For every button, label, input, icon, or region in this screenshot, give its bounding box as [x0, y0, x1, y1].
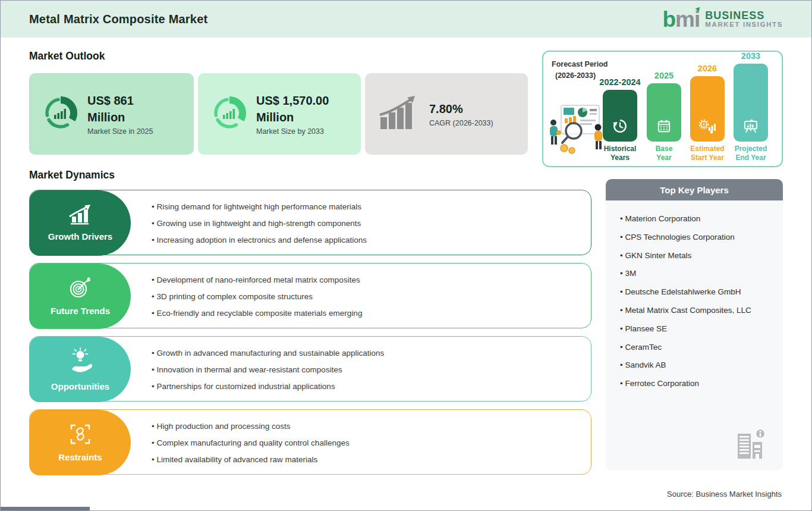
forecast-bar-estimated-start: 2026 Estimated Start Year	[690, 64, 725, 162]
card-value: 7.80%	[429, 101, 493, 117]
growth-drivers-bullets: Rising demand for lightweight high perfo…	[152, 190, 367, 256]
card-text: US$ 861 Million Market Size in 2025	[87, 92, 153, 136]
bullet: Innovation in thermal and wear-resistant…	[152, 365, 384, 374]
card-value: US$ 1,570.00 Million	[256, 92, 329, 126]
forecast-bar-base-year: 2025 Base Year	[647, 71, 681, 162]
bar-rect	[690, 76, 725, 142]
bar-rect	[603, 90, 637, 142]
source-note: Source: Business Market Insights	[667, 490, 782, 499]
card-text: US$ 1,570.00 Million Market Size by 2033	[256, 92, 329, 136]
logo-mark-mi: mi	[675, 7, 700, 32]
pill-label: Growth Drivers	[48, 231, 112, 242]
card-value-line1: 7.80%	[429, 101, 493, 117]
bar-year-label: 2022-2024	[599, 77, 640, 87]
list-item: GKN Sinter Metals	[620, 247, 783, 265]
card-value-line2: Million	[87, 109, 153, 126]
bar-year-label: 2033	[741, 51, 760, 61]
list-item: CPS Technologies Corporation	[620, 228, 783, 247]
market-outlook-heading: Market Outlook	[29, 50, 105, 62]
key-players-header: Top Key Players	[606, 179, 783, 200]
logo-mark-b: b	[663, 7, 676, 32]
bar-rect	[647, 83, 681, 142]
logo-line2: MARKET INSIGHTS	[705, 21, 783, 28]
header: Metal Matrix Composite Market bmi BUSINE…	[1, 1, 811, 37]
card-market-size-2025: US$ 861 Million Market Size in 2025	[29, 73, 194, 155]
forecast-bar-historical: 2022-2024 Historical Years	[603, 77, 637, 162]
card-caption: Market Size by 2033	[256, 127, 329, 136]
growth-drivers-pill: Growth Drivers	[30, 190, 131, 256]
bullet: Complex manufacturing and quality contro…	[152, 438, 350, 447]
list-item: Ferrotec Corporation	[620, 375, 783, 393]
bullet: High production and processing costs	[152, 422, 350, 431]
forecast-period-panel: Forecast Period (2026-2033)	[542, 51, 783, 167]
growth-arrow-icon	[378, 96, 421, 133]
card-value-line1: US$ 861	[87, 92, 153, 109]
outlook-cards: US$ 861 Million Market Size in 2025	[29, 73, 528, 155]
card-caption: CAGR (2026-2033)	[429, 119, 493, 127]
infographic-page: Metal Matrix Composite Market bmi BUSINE…	[0, 0, 812, 511]
list-item: Plansee SE	[620, 320, 783, 338]
card-cagr: 7.80% CAGR (2026-2033)	[365, 73, 528, 155]
bar-growth-icon	[68, 205, 92, 227]
bar-caption: Historical Years	[604, 145, 637, 162]
chain-icon	[69, 423, 92, 448]
future-trends-bullets: Development of nano-reinforced metal mat…	[152, 264, 362, 329]
growth-drivers-row: Growth Drivers Rising demand for lightwe…	[29, 190, 591, 255]
list-item: Sandvik AB	[620, 356, 783, 375]
bullet: 3D printing of complex composite structu…	[152, 292, 362, 301]
top-key-players-panel: Top Key Players Materion Corporation CPS…	[606, 179, 783, 471]
opportunities-bullets: Growth in advanced manufacturing and sus…	[152, 337, 384, 402]
analysts-illustration	[546, 97, 609, 164]
bulb-hand-icon	[68, 347, 93, 377]
market-dynamics-heading: Market Dynamics	[29, 169, 115, 181]
bar-year-label: 2025	[654, 71, 673, 80]
card-value-line2: Million	[256, 109, 329, 126]
list-item: Materion Corporation	[620, 210, 783, 228]
bullet: Eco-friendly and recyclable composite ma…	[152, 309, 362, 318]
horizontal-scrollbar-thumb[interactable]	[1, 507, 90, 510]
forecast-label-line1: Forecast Period	[552, 59, 608, 70]
bar-year-label: 2026	[698, 64, 717, 73]
bar-rect	[734, 64, 768, 142]
bullet: Development of nano-reinforced metal mat…	[152, 275, 362, 284]
bar-caption: Projected End Year	[735, 145, 767, 162]
bullet: Growing use in lightweight and high-stre…	[152, 219, 367, 228]
bullet: Rising demand for lightweight high perfo…	[152, 202, 367, 211]
card-market-size-2033: US$ 1,570.00 Million Market Size by 2033	[198, 73, 361, 155]
card-value-line1: US$ 1,570.00	[256, 92, 329, 109]
list-item: Deutsche Edelstahlwerke GmbH	[620, 283, 783, 302]
pill-label: Opportunities	[51, 381, 109, 391]
bmi-logo-text: BUSINESS MARKET INSIGHTS	[705, 10, 783, 29]
future-trends-pill: Future Trends	[30, 264, 131, 329]
opportunities-pill: Opportunities	[30, 337, 131, 402]
bullet: Increasing adoption in electronics and d…	[152, 236, 367, 244]
pill-label: Restraints	[58, 452, 102, 462]
bmi-logo-mark: bmi	[663, 8, 700, 30]
history-clock-icon	[612, 118, 628, 136]
card-value: US$ 861 Million	[87, 92, 153, 126]
restraints-row: Restraints High production and processin…	[29, 409, 591, 475]
bullet: Limited availability of advanced raw mat…	[152, 455, 350, 464]
list-item: Metal Matrix Cast Composites, LLC	[620, 302, 783, 320]
card-caption: Market Size in 2025	[87, 127, 153, 136]
donut-chart-icon	[42, 95, 79, 134]
restraints-pill: Restraints	[30, 410, 131, 475]
target-icon	[68, 277, 92, 302]
forecast-bar-projected-end: 2033 Projected End Year	[734, 51, 768, 162]
key-players-list: Materion Corporation CPS Technologies Co…	[606, 210, 783, 393]
estimate-gear-icon	[698, 118, 716, 136]
logo-line1: BUSINESS	[705, 10, 783, 21]
company-building-icon	[734, 427, 767, 463]
restraints-bullets: High production and processing costs Com…	[152, 410, 350, 475]
bullet: Partnerships for customized industrial a…	[152, 382, 384, 391]
bmi-logo: bmi BUSINESS MARKET INSIGHTS	[663, 8, 783, 30]
bar-caption: Estimated Start Year	[690, 145, 724, 162]
page-title: Metal Matrix Composite Market	[29, 12, 207, 26]
pill-label: Future Trends	[51, 306, 110, 316]
future-trends-row: Future Trends Development of nano-reinfo…	[29, 263, 591, 328]
calendar-icon	[656, 118, 672, 136]
list-item: 3M	[620, 265, 783, 283]
bar-caption: Base Year	[656, 145, 673, 162]
bullet: Growth in advanced manufacturing and sus…	[152, 349, 384, 358]
list-item: CeramTec	[620, 338, 783, 357]
